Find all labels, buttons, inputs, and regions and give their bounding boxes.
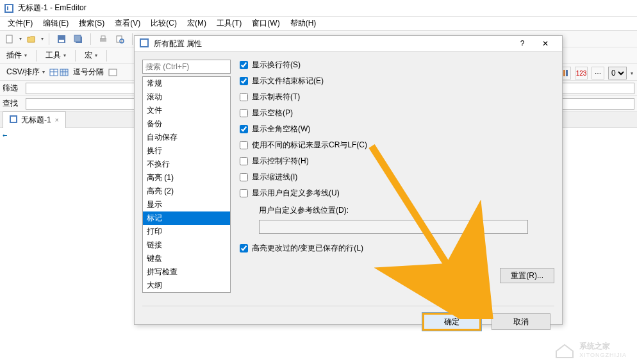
list-item[interactable]: 滚动 [143, 90, 230, 104]
checkbox-row: 显示全角空格(W) [240, 124, 554, 135]
guide-position-input[interactable] [259, 220, 528, 234]
dialog-titlebar: 所有配置 属性 ? ✕ [135, 36, 562, 52]
list-item[interactable]: 文件 [143, 104, 230, 117]
checkbox[interactable] [240, 61, 248, 69]
separator [90, 33, 91, 45]
svg-rect-3 [6, 35, 12, 43]
guide-position-label: 用户自定义参考线位置(D): [259, 205, 554, 216]
separator [49, 33, 49, 45]
list-item[interactable]: 键盘 [143, 252, 230, 265]
ok-button[interactable]: 确定 [422, 313, 481, 331]
list-item[interactable]: 自动保存 [143, 131, 230, 144]
find-label: 查找 [3, 98, 23, 109]
list-item[interactable]: 备份 [143, 117, 230, 131]
ellipsis-icon[interactable]: ⋯ [592, 67, 604, 79]
list-item[interactable]: 大纲 [143, 279, 230, 292]
checkbox[interactable] [240, 93, 248, 101]
checkbox-row: 显示空格(P) [240, 108, 554, 119]
menu-tools[interactable]: 工具(T) [211, 16, 247, 31]
menu-view[interactable]: 查看(V) [110, 16, 145, 31]
dialog-left-pane: 常规滚动文件备份自动保存换行不换行高亮 (1)高亮 (2)显示标记打印链接键盘拼… [142, 60, 231, 293]
checkbox[interactable] [240, 189, 248, 197]
menu-file[interactable]: 文件(F) [3, 16, 38, 31]
list-item[interactable]: 高亮 (1) [143, 171, 230, 185]
separator [36, 50, 37, 62]
chevron-down-icon[interactable]: ▾ [41, 36, 44, 42]
table-icon2[interactable] [59, 67, 69, 78]
checkbox[interactable] [240, 173, 248, 181]
tab-title: 无标题-1 [21, 115, 51, 126]
dialog-title: 所有配置 属性 [154, 38, 511, 49]
csv-sort-dropdown[interactable]: CSV/排序▾ [3, 67, 49, 78]
checkbox-label: 显示文件结束标记(E) [252, 76, 324, 87]
checkbox-row: 使用不同的标记来显示CR与LF(C) [240, 140, 554, 151]
document-tab[interactable]: 无标题-1 × [3, 112, 66, 128]
checkbox-row: 显示用户自定义参考线(U) [240, 188, 554, 199]
right-toolbar: 123 ⋯ 0 ▾ [558, 67, 633, 79]
checkbox[interactable] [240, 77, 248, 85]
new-file-icon[interactable] [3, 32, 17, 46]
separator [75, 50, 76, 62]
reset-button[interactable]: 重置(R)... [500, 268, 554, 283]
app-icon [4, 3, 14, 13]
list-item[interactable]: 打印 [143, 225, 230, 238]
save-icon[interactable] [54, 32, 69, 46]
comma-sep-btn[interactable]: 逗号分隔 [69, 67, 108, 78]
menu-macro[interactable]: 宏(M) [182, 16, 211, 31]
tab-close-icon[interactable]: × [55, 117, 59, 124]
checkbox-row: 显示制表符(T) [240, 92, 554, 103]
plugins-dropdown[interactable]: 插件▾ [3, 50, 31, 61]
print-icon[interactable] [96, 32, 110, 46]
num-label-icon[interactable]: 123 [575, 67, 588, 79]
svg-rect-23 [109, 69, 117, 76]
list-item[interactable]: 不换行 [143, 158, 230, 171]
print-preview-icon[interactable] [113, 32, 127, 46]
chevron-down-icon[interactable]: ▾ [19, 36, 22, 42]
menu-edit[interactable]: 编辑(E) [38, 16, 74, 31]
config-category-list[interactable]: 常规滚动文件备份自动保存换行不换行高亮 (1)高亮 (2)显示标记打印链接键盘拼… [142, 76, 231, 293]
svg-rect-5 [59, 40, 64, 42]
dialog-search-input[interactable] [142, 60, 231, 74]
macro-dropdown[interactable]: 宏▾ [81, 50, 101, 61]
save-all-icon[interactable] [71, 32, 85, 46]
separator [106, 50, 107, 62]
menu-search[interactable]: 搜索(S) [74, 16, 110, 31]
list-item[interactable]: 拼写检查 [143, 265, 230, 279]
grid-icon[interactable] [108, 67, 118, 78]
cancel-button[interactable]: 取消 [492, 313, 550, 330]
watermark: 系统之家 XITONGZHIJIA [554, 340, 627, 359]
zero-select[interactable]: 0 [608, 67, 627, 79]
svg-rect-2 [7, 6, 8, 10]
tools-dropdown[interactable]: 工具▾ [42, 50, 70, 61]
guide-position-block: 用户自定义参考线位置(D): [259, 205, 554, 234]
menu-compare[interactable]: 比较(C) [145, 16, 182, 31]
list-item[interactable]: 标记 [143, 211, 230, 225]
checkbox[interactable] [240, 141, 248, 149]
dialog-body: 常规滚动文件备份自动保存换行不换行高亮 (1)高亮 (2)显示标记打印链接键盘拼… [135, 52, 562, 301]
svg-rect-9 [101, 36, 105, 38]
svg-rect-1 [6, 5, 12, 12]
list-item[interactable]: 显示 [143, 198, 230, 211]
dialog-close-button[interactable]: ✕ [534, 36, 557, 51]
open-file-icon[interactable] [24, 32, 38, 46]
list-item[interactable]: 高亮 (2) [143, 185, 230, 198]
checkbox[interactable] [240, 125, 248, 133]
list-item[interactable]: 链接 [143, 238, 230, 252]
table-icon[interactable] [49, 67, 59, 78]
menubar: 文件(F) 编辑(E) 搜索(S) 查看(V) 比较(C) 宏(M) 工具(T)… [0, 17, 637, 31]
checkbox[interactable] [240, 244, 248, 252]
reset-row: 重置(R)... [240, 268, 554, 283]
list-item[interactable]: 换行 [143, 144, 230, 158]
svg-rect-7 [74, 35, 81, 42]
chevron-down-icon[interactable]: ▾ [631, 70, 633, 76]
menu-help[interactable]: 帮助(H) [285, 16, 322, 31]
dialog-help-button[interactable]: ? [511, 36, 534, 51]
checkbox[interactable] [240, 157, 248, 165]
tab-icon [10, 115, 17, 125]
checkbox[interactable] [240, 109, 248, 117]
list-item[interactable]: 常规 [143, 77, 230, 90]
checkbox-row: 显示文件结束标记(E) [240, 76, 554, 87]
menu-window[interactable]: 窗口(W) [247, 16, 285, 31]
titlebar: 无标题-1 - EmEditor [0, 0, 637, 17]
filter-label: 筛选 [3, 83, 23, 94]
